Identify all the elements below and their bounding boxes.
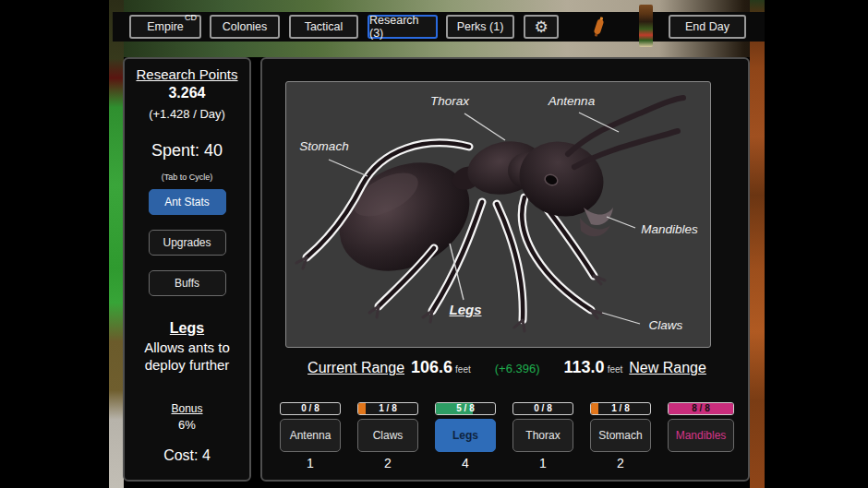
colonies-button[interactable]: Colonies <box>210 15 280 39</box>
top-bar: Empire CD Colonies Tactical Research (3)… <box>113 12 765 42</box>
part-thorax-cost: 1 <box>512 456 573 470</box>
bonus-label: Bonus <box>125 402 249 415</box>
settings-button[interactable]: ⚙ <box>524 15 559 39</box>
part-stomach-progressbar: 1 / 8 <box>590 402 651 415</box>
tab-buffs[interactable]: Buffs <box>149 270 226 296</box>
gear-icon: ⚙ <box>534 19 548 35</box>
current-range-value: 106.6 <box>411 358 452 377</box>
cost-value: Cost: 4 <box>125 447 249 464</box>
new-range-label: New Range <box>629 360 706 376</box>
spent-points: Spent: 40 <box>125 141 249 161</box>
selected-part-name: Legs <box>125 320 249 337</box>
tab-ant-stats-label: Ant Stats <box>164 196 210 208</box>
range-delta: (+6.396) <box>495 362 540 375</box>
part-thorax-button[interactable]: Thorax <box>512 419 573 452</box>
part-thorax: 0 / 8 Thorax 1 <box>512 402 573 470</box>
diagram-label-stomach: Stomach <box>294 139 355 153</box>
part-mandibles-button[interactable]: Mandibles <box>668 419 734 452</box>
part-antenna-progress-text: 0 / 8 <box>281 403 340 414</box>
end-day-button-label: End Day <box>685 20 729 33</box>
part-legs: 5 / 8 Legs 4 <box>435 402 496 470</box>
game-world-right-sliver <box>750 0 765 488</box>
part-mandibles-cost <box>668 456 734 470</box>
diagram-label-thorax: Thorax <box>421 94 478 108</box>
tactical-button-label: Tactical <box>305 20 344 33</box>
empire-cooldown-badge: CD <box>185 14 197 22</box>
part-claws-cost: 2 <box>357 456 418 470</box>
part-mandibles-label: Mandibles <box>676 429 727 442</box>
tab-upgrades-label: Upgrades <box>163 236 211 249</box>
part-mandibles-progressbar: 8 / 8 <box>668 402 734 415</box>
end-day-button[interactable]: End Day <box>669 15 746 39</box>
research-points-title: Research Points <box>125 66 249 82</box>
research-points-value: 3.264 <box>125 85 249 101</box>
part-claws: 1 / 8 Claws 2 <box>357 402 418 470</box>
selected-part-description: Allows ants to deploy further <box>125 339 249 375</box>
ant-anatomy-diagram: Thorax Antenna Stomach Mandibles Legs Cl… <box>285 81 711 348</box>
part-stomach-cost: 2 <box>590 456 651 470</box>
game-world-left-sliver <box>109 0 124 488</box>
ant-illustration <box>286 82 712 349</box>
research-points-panel: Research Points 3.264 (+1.428 / Day) Spe… <box>123 57 251 482</box>
part-legs-cost: 4 <box>435 456 496 470</box>
part-legs-progressbar: 5 / 8 <box>435 402 496 415</box>
perks-button-label: Perks (1) <box>457 20 504 33</box>
tactical-button[interactable]: Tactical <box>289 15 358 39</box>
diagram-label-antenna: Antenna <box>541 94 602 108</box>
empire-button[interactable]: Empire CD <box>129 15 201 39</box>
colonies-button-label: Colonies <box>223 20 268 33</box>
new-range-value: 113.0 <box>564 358 605 377</box>
research-button-label: Research (3) <box>369 14 436 40</box>
part-antenna: 0 / 8 Antenna 1 <box>280 402 341 470</box>
part-antenna-button[interactable]: Antenna <box>280 419 341 452</box>
body-parts-row: 0 / 8 Antenna 1 1 / 8 Claws 2 <box>262 402 752 470</box>
range-summary: Current Range 106.6 feet (+6.396) 113.0 … <box>262 358 752 377</box>
part-antenna-label: Antenna <box>290 429 332 442</box>
diagram-label-legs: Legs <box>438 302 493 317</box>
part-legs-label: Legs <box>452 429 478 442</box>
part-legs-button[interactable]: Legs <box>435 419 496 452</box>
game-screen: Empire CD Colonies Tactical Research (3)… <box>0 0 868 488</box>
part-thorax-label: Thorax <box>525 429 560 442</box>
food-stack-sprite <box>639 5 653 47</box>
current-range-unit: feet <box>455 364 471 375</box>
part-antenna-progressbar: 0 / 8 <box>280 402 341 415</box>
tab-cycle-hint: (Tab to Cycle) <box>125 173 249 182</box>
part-legs-progress-text: 5 / 8 <box>436 403 495 414</box>
new-range-unit: feet <box>608 364 623 375</box>
part-claws-progressbar: 1 / 8 <box>357 402 418 415</box>
part-mandibles-progress-text: 8 / 8 <box>669 403 733 414</box>
part-mandibles: 8 / 8 Mandibles <box>668 402 734 470</box>
bonus-value: 6% <box>125 418 249 432</box>
research-points-per-day: (+1.428 / Day) <box>125 107 249 121</box>
tab-ant-stats[interactable]: Ant Stats <box>149 189 226 215</box>
ant-research-panel: Thorax Antenna Stomach Mandibles Legs Cl… <box>260 57 750 482</box>
tab-buffs-label: Buffs <box>175 277 199 290</box>
diagram-label-claws: Claws <box>639 318 693 332</box>
part-antenna-cost: 1 <box>280 456 341 470</box>
current-range-label: Current Range <box>307 360 404 376</box>
part-stomach-progress-text: 1 / 8 <box>591 403 650 414</box>
part-thorax-progress-text: 0 / 8 <box>513 403 573 414</box>
diagram-label-mandibles: Mandibles <box>632 222 707 236</box>
perks-button[interactable]: Perks (1) <box>446 15 514 39</box>
part-thorax-progressbar: 0 / 8 <box>512 402 573 415</box>
research-button[interactable]: Research (3) <box>368 15 438 39</box>
empire-button-label: Empire <box>147 20 184 33</box>
part-claws-label: Claws <box>373 429 404 442</box>
part-stomach: 1 / 8 Stomach 2 <box>590 402 651 470</box>
part-claws-progress-text: 1 / 8 <box>358 403 417 414</box>
part-stomach-button[interactable]: Stomach <box>590 419 651 452</box>
tab-upgrades[interactable]: Upgrades <box>149 230 226 256</box>
part-stomach-label: Stomach <box>598 429 642 442</box>
part-claws-button[interactable]: Claws <box>357 419 418 452</box>
